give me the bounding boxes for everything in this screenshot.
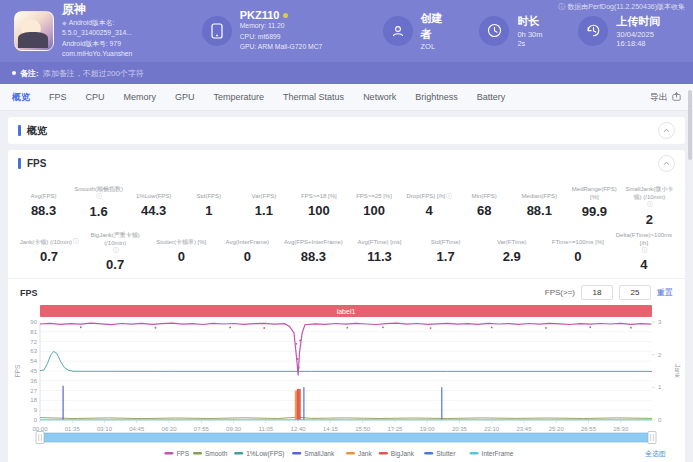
tab-gpu[interactable]: GPU (175, 92, 195, 102)
y-axis-tick-label: 45 (30, 368, 37, 374)
stat-cell: Avg(FPS)88.3 (16, 185, 71, 227)
stat-cell: Avg(FPS+InterFrame)88.3 (280, 231, 346, 273)
app-name: 原神 (62, 2, 184, 18)
series-bigjank-bar (297, 389, 301, 420)
info-icon[interactable]: ⓘ (642, 247, 648, 254)
brush-handle-left[interactable] (36, 432, 44, 444)
tab-memory[interactable]: Memory (124, 92, 157, 102)
tab-cpu[interactable]: CPU (86, 92, 105, 102)
stat-cell: Std(FPS)1 (181, 185, 236, 227)
overview-section-title: 概览 (27, 124, 47, 138)
x-axis-tick-label: 19:00 (420, 426, 436, 432)
legend-item-stutter[interactable]: Stutter (424, 450, 456, 457)
fps-outlier-dot (80, 327, 82, 329)
x-axis-tick-label: 14:15 (323, 426, 339, 432)
duration-block: 时长 0h 30m 2s (479, 14, 548, 47)
app-version-code: Android版本号: 979 (62, 39, 184, 50)
legend-label: Jank (358, 450, 372, 457)
info-icon[interactable]: ⓘ (113, 247, 119, 254)
overview-panel: 概览 (8, 117, 685, 144)
stat-cell: Smooth(顺畅指数)ⓘ1.6 (71, 185, 126, 227)
x-axis-tick-label: 11:05 (259, 426, 274, 432)
device-gpu: GPU: ARM Mali-G720 MC7 (240, 42, 323, 53)
fps-outlier-dot (296, 343, 298, 345)
reset-link[interactable]: 重置 (657, 287, 673, 298)
note-placeholder: 添加备注，不超过200个字符 (43, 68, 144, 79)
legend-item-smooth[interactable]: Smooth (193, 450, 228, 457)
user-icon (383, 16, 413, 46)
annotation-label: label1 (337, 308, 356, 315)
app-block: 原神 ◆Android版本名: 5.5.0_31400259_314... An… (14, 2, 184, 60)
select-all-link[interactable]: 全选图 (645, 450, 666, 458)
tab-fps[interactable]: FPS (49, 92, 67, 102)
export-button[interactable]: 导出 (650, 91, 681, 104)
stat-cell: BigJank(严重卡顿) (/10min)ⓘ0.7 (82, 231, 148, 273)
tab-概览[interactable]: 概览 (12, 91, 30, 104)
legend-item-interframe[interactable]: InterFrame (470, 450, 514, 457)
x-axis-tick-label: 04:45 (129, 426, 145, 432)
creator-block: 创建者 ZOL (383, 11, 450, 51)
fps-collapse-button[interactable] (658, 155, 675, 172)
fps-threshold-input-2[interactable] (619, 285, 651, 300)
legend-item-1-low-fps-[interactable]: 1%Low(FPS) (234, 450, 284, 458)
right-axis-tick-label: 2 (658, 352, 662, 358)
y-axis-tick-label: 36 (30, 378, 37, 384)
phone-icon (202, 16, 232, 46)
creator-value: ZOL (421, 42, 450, 51)
stat-cell: Jank(卡顿) (/10min)ⓘ0.7 (16, 231, 82, 273)
info-icon[interactable]: ⓘ (647, 201, 653, 208)
tab-network[interactable]: Network (363, 92, 396, 102)
tab-battery[interactable]: Battery (477, 92, 506, 102)
brush-handle-right[interactable] (648, 432, 656, 444)
fps-chart-svg: 091827364554637281900123FPSJanklabel100:… (12, 302, 681, 462)
fps-threshold-input-1[interactable] (581, 285, 613, 300)
stat-cell: Min(FPS)68 (457, 185, 512, 227)
overview-collapse-button[interactable] (658, 122, 675, 139)
right-axis-tick-label: 3 (658, 319, 662, 325)
legend-marker (470, 452, 479, 454)
fps-stats-row1: Avg(FPS)88.3Smooth(顺畅指数)ⓘ1.61%Low(FPS)44… (8, 177, 685, 229)
brush-bar[interactable] (40, 433, 652, 442)
legend-marker (346, 452, 355, 454)
legend-label: Stutter (436, 450, 456, 457)
legend-label: BigJank (391, 450, 415, 458)
app-version-name: Android版本名: 5.5.0_31400259_314... (62, 19, 132, 37)
fps-outlier-dot (382, 327, 384, 329)
collector-note: ⓘ 数据由PerfDog(11.2.250436)版本收集 (558, 2, 685, 12)
right-axis-tick-label: 0 (658, 417, 662, 423)
note-bar[interactable]: 备注: 添加备注，不超过200个字符 (0, 62, 693, 84)
device-model: PKZ110 (240, 9, 280, 21)
device-status-dot (283, 13, 288, 18)
report-header: ⓘ 数据由PerfDog(11.2.250436)版本收集 原神 ◆Androi… (0, 0, 693, 62)
tab-brightness[interactable]: Brightness (415, 92, 458, 102)
note-dot-icon (12, 71, 16, 75)
tab-bar: 概览FPSCPUMemoryGPUTemperatureThermal Stat… (0, 84, 693, 111)
fps-outlier-dot (263, 327, 265, 329)
tab-temperature[interactable]: Temperature (214, 92, 265, 102)
legend-label: FPS (176, 450, 189, 457)
app-package: com.miHoYo.Yuanshen (62, 49, 184, 60)
tab-thermal-status[interactable]: Thermal Status (283, 92, 344, 102)
fps-outlier-dot (229, 327, 231, 329)
fps-outlier-dot (491, 327, 493, 329)
fps-outlier-dot (299, 340, 301, 342)
info-icon[interactable]: ⓘ (446, 193, 452, 200)
fps-outlier-dot (589, 327, 591, 329)
stat-cell: MedRange(FPS)[%]99.9 (567, 185, 622, 227)
stat-cell: FPS>=25 [%]100 (346, 185, 401, 227)
export-icon (672, 92, 681, 103)
duration-label: 时长 (517, 14, 548, 29)
legend-item-jank[interactable]: Jank (346, 450, 372, 457)
section-accent-bar (18, 158, 21, 169)
y-axis-tick-label: 72 (30, 339, 37, 345)
legend-item-smalljank[interactable]: SmallJank (292, 450, 335, 457)
info-icon[interactable]: ⓘ (73, 238, 79, 245)
info-icon[interactable]: ⓘ (96, 193, 102, 200)
note-label: 备注: (20, 68, 39, 79)
clock-icon (479, 16, 509, 46)
upload-time-label: 上传时间 (616, 14, 679, 29)
legend-item-bigjank[interactable]: BigJank (379, 450, 415, 458)
fps-outlier-dot (346, 327, 348, 329)
legend-item-fps[interactable]: FPS (164, 450, 189, 457)
scrollbar[interactable] (688, 90, 692, 460)
